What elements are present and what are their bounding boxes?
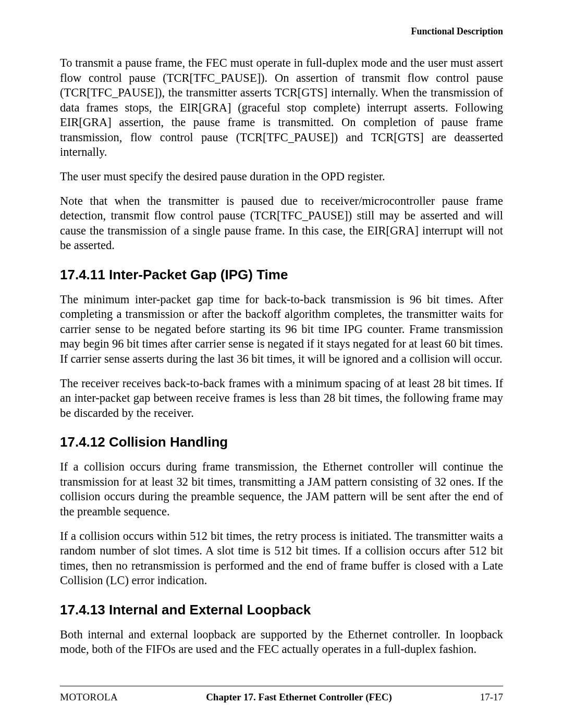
body-paragraph: To transmit a pause frame, the FEC must …	[60, 56, 503, 160]
body-paragraph: If a collision occurs within 512 bit tim…	[60, 529, 503, 588]
section-heading-ipg-time: 17.4.11 Inter-Packet Gap (IPG) Time	[60, 267, 503, 283]
footer-left: MOTOROLA	[60, 692, 118, 703]
section-heading-collision-handling: 17.4.12 Collision Handling	[60, 434, 503, 450]
document-page: Functional Description To transmit a pau…	[0, 0, 563, 728]
body-paragraph: The user must specify the desired pause …	[60, 169, 503, 184]
section-heading-loopback: 17.4.13 Internal and External Loopback	[60, 602, 503, 618]
footer-page-number: 17-17	[480, 692, 503, 703]
body-paragraph: Both internal and external loopback are …	[60, 627, 503, 657]
running-head: Functional Description	[60, 26, 503, 37]
body-paragraph: The receiver receives back-to-back frame…	[60, 376, 503, 421]
body-paragraph: The minimum inter-packet gap time for ba…	[60, 292, 503, 367]
body-paragraph: Note that when the transmitter is paused…	[60, 194, 503, 253]
page-footer: MOTOROLA Chapter 17. Fast Ethernet Contr…	[60, 686, 503, 703]
footer-center: Chapter 17. Fast Ethernet Controller (FE…	[206, 692, 392, 703]
body-paragraph: If a collision occurs during frame trans…	[60, 460, 503, 519]
